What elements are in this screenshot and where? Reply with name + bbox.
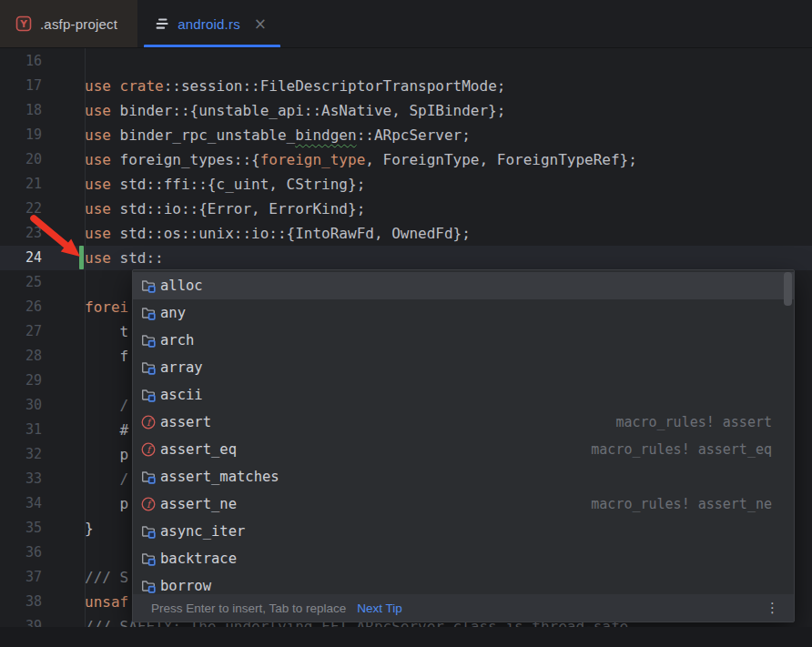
completion-item-async_iter[interactable]: async_iter (133, 518, 794, 545)
completion-label: assert_eq (160, 441, 237, 458)
close-icon[interactable]: × (254, 16, 267, 32)
code-text: /// S (85, 565, 128, 590)
gutter-separator (85, 48, 86, 647)
y-file-icon: Y (15, 15, 32, 32)
line-number[interactable]: 33 (0, 467, 42, 491)
completion-label: async_iter (160, 523, 245, 540)
code-line-21[interactable]: 21use std::ffi::{c_uint, CString}; (0, 172, 812, 197)
line-number[interactable]: 20 (0, 147, 42, 172)
gutter (42, 74, 85, 98)
code-text: use std:: (85, 246, 164, 270)
line-number[interactable]: 36 (0, 541, 42, 565)
module-icon (140, 332, 157, 349)
code-line-22[interactable]: 22use std::io::{Error, ErrorKind}; (0, 197, 812, 221)
line-number[interactable]: 28 (0, 344, 42, 369)
line-number[interactable]: 35 (0, 516, 42, 541)
code-line-16[interactable]: 16 (0, 49, 812, 74)
completion-detail: macro_rules! assert_eq (591, 441, 785, 458)
code-line-20[interactable]: 20use foreign_types::{foreign_type, Fore… (0, 147, 812, 172)
module-icon (140, 359, 157, 376)
vcs-change-bar[interactable] (79, 246, 84, 269)
line-number[interactable]: 31 (0, 418, 42, 442)
completion-list: allocanyarcharrayasciifassertmacro_rules… (133, 270, 794, 594)
code-text: unsaf (85, 590, 128, 614)
active-tab-underline (144, 45, 280, 47)
line-number[interactable]: 37 (0, 565, 42, 590)
gutter (42, 590, 85, 614)
macro-icon: f (140, 441, 157, 458)
completion-detail: macro_rules! assert_ne (591, 496, 785, 512)
module-icon (140, 551, 157, 567)
module-icon (140, 305, 157, 321)
gutter (42, 221, 85, 246)
code-text: use std::io::{Error, ErrorKind}; (85, 197, 365, 221)
completion-item-assert_matches[interactable]: assert_matches (133, 463, 794, 490)
gutter (42, 344, 85, 369)
code-text: p (85, 491, 128, 516)
completion-item-any[interactable]: any (133, 299, 794, 327)
line-number[interactable]: 30 (0, 393, 42, 418)
code-text: / (85, 467, 128, 491)
line-number[interactable]: 38 (0, 590, 42, 614)
completion-item-borrow[interactable]: borrow (133, 572, 794, 594)
code-line-23[interactable]: 23use std::os::unix::io::{IntoRawFd, Own… (0, 221, 812, 246)
line-number[interactable]: 23 (0, 221, 42, 246)
code-line-18[interactable]: 18use binder::{unstable_api::AsNative, S… (0, 98, 812, 123)
line-number[interactable]: 26 (0, 295, 42, 319)
module-icon (140, 578, 157, 594)
line-number[interactable]: 16 (0, 49, 42, 74)
completion-item-alloc[interactable]: alloc (133, 272, 794, 299)
popup-scrollbar-thumb[interactable] (784, 272, 792, 306)
completion-footer: Press Enter to insert, Tab to replace Ne… (133, 594, 794, 622)
completion-popup: allocanyarcharrayasciifassertmacro_rules… (132, 269, 795, 622)
line-number[interactable]: 19 (0, 123, 42, 147)
line-number[interactable]: 24 (0, 246, 42, 270)
line-number[interactable]: 27 (0, 319, 42, 344)
code-line-17[interactable]: 17use crate::session::FileDescriptorTran… (0, 74, 812, 98)
completion-label: assert_matches (160, 469, 279, 485)
macro-icon: f (140, 414, 157, 430)
completion-label: alloc (160, 278, 203, 294)
line-number[interactable]: 21 (0, 172, 42, 197)
code-text: # (85, 418, 128, 442)
next-tip-link[interactable]: Next Tip (357, 602, 402, 615)
line-number[interactable]: 29 (0, 369, 42, 393)
tab-asfp-project[interactable]: Y .asfp-project (0, 0, 137, 47)
code-text: use std::ffi::{c_uint, CString}; (85, 172, 365, 197)
gutter (42, 270, 85, 295)
line-number[interactable]: 18 (0, 98, 42, 123)
line-number[interactable]: 17 (0, 74, 42, 98)
completion-item-assert_eq[interactable]: fassert_eqmacro_rules! assert_eq (133, 436, 794, 463)
completion-item-assert[interactable]: fassertmacro_rules! assert (133, 409, 794, 436)
gutter (42, 49, 85, 74)
window-bottom-strip (0, 627, 812, 647)
line-number[interactable]: 34 (0, 491, 42, 516)
kebab-menu-icon[interactable]: ⋮ (762, 600, 783, 616)
completion-label: backtrace (160, 551, 237, 567)
completion-label: assert (160, 414, 211, 430)
code-text: use std::os::unix::io::{IntoRawFd, Owned… (85, 221, 471, 246)
line-number[interactable]: 22 (0, 197, 42, 221)
tab-label: android.rs (178, 16, 240, 32)
code-text: } (85, 516, 94, 541)
gutter (42, 418, 85, 442)
gutter (42, 369, 85, 393)
completion-item-backtrace[interactable]: backtrace (133, 545, 794, 572)
completion-item-assert_ne[interactable]: fassert_nemacro_rules! assert_ne (133, 490, 794, 518)
completion-label: arch (160, 332, 194, 349)
gutter (42, 147, 85, 172)
gutter (42, 442, 85, 467)
completion-item-arch[interactable]: arch (133, 327, 794, 354)
line-number[interactable]: 25 (0, 270, 42, 295)
module-icon (140, 469, 157, 485)
gutter (42, 491, 85, 516)
code-line-24[interactable]: 24use std:: (0, 246, 812, 270)
svg-text:Y: Y (19, 18, 27, 29)
code-text: t (85, 319, 128, 344)
completion-item-array[interactable]: array (133, 354, 794, 381)
module-icon (140, 523, 157, 540)
tab-android-rs[interactable]: android.rs × (137, 0, 287, 47)
code-line-19[interactable]: 19use binder_rpc_unstable_bindgen::ARpcS… (0, 123, 812, 147)
line-number[interactable]: 32 (0, 442, 42, 467)
completion-item-ascii[interactable]: ascii (133, 381, 794, 409)
